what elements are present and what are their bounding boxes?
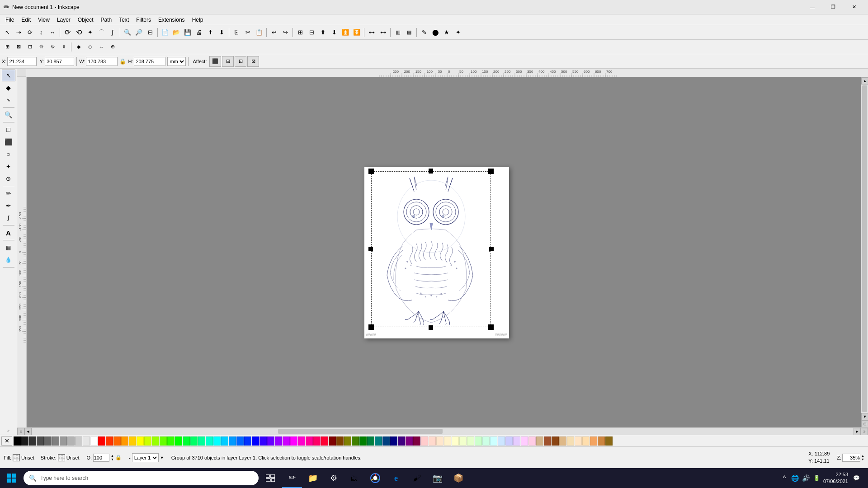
align-left-btn[interactable]: ⊞: [2, 42, 13, 52]
color-swatch[interactable]: [67, 436, 75, 446]
ellipse-tool[interactable]: ○: [2, 148, 15, 160]
affect-whole-btn[interactable]: ⬛: [209, 56, 221, 67]
taskbar-app-inkscape[interactable]: ✏: [282, 468, 302, 488]
color-swatch[interactable]: [213, 436, 221, 446]
new-btn[interactable]: 📄: [160, 27, 170, 38]
spiral-tool[interactable]: ⊙: [2, 173, 15, 184]
notification-button[interactable]: 💬: [850, 468, 863, 488]
calligraphy-tool[interactable]: ∫: [2, 212, 15, 224]
lower-btn[interactable]: ⬇: [329, 27, 340, 38]
owl-selection-group[interactable]: [371, 171, 491, 327]
affect-linear-btn[interactable]: ⊡: [235, 56, 246, 67]
affect-each-btn[interactable]: ⊞: [222, 56, 234, 67]
color-swatch[interactable]: [429, 436, 436, 446]
color-swatch[interactable]: [283, 436, 290, 446]
scroll-right-arrow[interactable]: ►: [854, 428, 861, 435]
toolbox-expand[interactable]: »: [6, 427, 10, 434]
taskbar-app-edge[interactable]: e: [386, 468, 406, 488]
align-top-btn[interactable]: ⟰: [36, 42, 47, 52]
color-swatch[interactable]: [544, 436, 551, 446]
text-tool[interactable]: A: [2, 227, 15, 239]
color-swatch[interactable]: [106, 436, 113, 446]
color-swatch[interactable]: [367, 436, 374, 446]
color-swatch[interactable]: [452, 436, 459, 446]
color-swatch[interactable]: [98, 436, 105, 446]
dropper-tool[interactable]: 💧: [2, 254, 15, 266]
edit-nodes-btn[interactable]: ✦: [85, 27, 95, 38]
color-swatch[interactable]: [298, 436, 305, 446]
xml-btn[interactable]: ✎: [419, 27, 429, 38]
color-swatch[interactable]: [21, 436, 28, 446]
color-swatch[interactable]: [321, 436, 328, 446]
color-swatch[interactable]: [505, 436, 513, 446]
save-btn[interactable]: 💾: [182, 27, 193, 38]
snap-nodes-btn[interactable]: ▤: [404, 27, 415, 38]
color-swatch[interactable]: [375, 436, 382, 446]
stroke-indicator[interactable]: Stroke: Unset: [41, 454, 80, 461]
redo-btn[interactable]: ↪: [280, 27, 291, 38]
pen-tool[interactable]: ✒: [2, 200, 15, 211]
color-swatch[interactable]: [60, 436, 67, 446]
combine-btn[interactable]: ⊕: [107, 42, 118, 52]
raise-btn[interactable]: ⬆: [317, 27, 328, 38]
color-swatch[interactable]: [206, 436, 213, 446]
h-input[interactable]: [134, 57, 165, 66]
start-button[interactable]: [2, 468, 22, 488]
zoom-down[interactable]: ▼: [861, 458, 864, 461]
cut-btn[interactable]: ✂: [242, 27, 253, 38]
color-swatch[interactable]: [129, 436, 136, 446]
color-swatch[interactable]: [183, 436, 190, 446]
color-swatch[interactable]: [421, 436, 428, 446]
color-swatch[interactable]: [175, 436, 182, 446]
canvas-area[interactable]: ##### ######: [27, 77, 861, 427]
scroll-down-arrow[interactable]: ▼: [861, 413, 868, 420]
color-swatch[interactable]: [52, 436, 59, 446]
group-btn[interactable]: ⊞: [295, 27, 306, 38]
rect-tool[interactable]: □: [2, 124, 15, 136]
taskbar-search[interactable]: 🔍 Type here to search: [24, 471, 259, 485]
paste-btn[interactable]: 📋: [254, 27, 264, 38]
color-swatch[interactable]: [244, 436, 251, 446]
color-none-btn[interactable]: ✕: [1, 436, 12, 446]
w-input[interactable]: [86, 57, 118, 66]
raise-top-btn[interactable]: ⏫: [340, 27, 351, 38]
y-input[interactable]: [45, 57, 74, 66]
opacity-up[interactable]: ▲: [111, 454, 114, 457]
taskbar-app-explorer[interactable]: 📁: [303, 468, 323, 488]
rotate-cw-btn[interactable]: ⟳: [62, 27, 73, 38]
color-swatch[interactable]: [475, 436, 482, 446]
print-btn[interactable]: 🖨: [193, 27, 204, 38]
filters-btn[interactable]: ★: [441, 27, 452, 38]
layer-select[interactable]: Layer 1: [132, 453, 159, 462]
fill-indicator[interactable]: Fill: Unset: [4, 454, 34, 461]
menu-item-path[interactable]: Path: [97, 16, 116, 24]
vertical-scrollbar[interactable]: ▲ ▼ ⊞: [861, 77, 868, 427]
color-swatch[interactable]: [121, 436, 128, 446]
smooth-btn[interactable]: ∫: [107, 27, 118, 38]
color-swatch[interactable]: [229, 436, 236, 446]
color-swatch[interactable]: [482, 436, 490, 446]
move-by-node-btn[interactable]: ⇢: [13, 27, 24, 38]
align-right-btn[interactable]: ⊡: [24, 42, 35, 52]
color-swatch[interactable]: [160, 436, 167, 446]
open-btn[interactable]: 📂: [171, 27, 182, 38]
color-swatch[interactable]: [306, 436, 313, 446]
scroll-track-h[interactable]: [32, 428, 854, 435]
zoom-tool[interactable]: 🔍: [2, 109, 15, 121]
taskbar-app-paint[interactable]: 🖌: [407, 468, 427, 488]
lower-bottom-btn[interactable]: ⏬: [351, 27, 362, 38]
nodes-btn[interactable]: ◆: [73, 42, 84, 52]
box3d-tool[interactable]: ⬛: [2, 136, 15, 148]
minimize-button[interactable]: —: [802, 0, 823, 14]
close-button[interactable]: ✕: [844, 0, 864, 14]
x-input[interactable]: [7, 57, 37, 66]
scroll-up-arrow[interactable]: ▲: [861, 77, 868, 84]
color-swatch[interactable]: [144, 436, 151, 446]
scale-btn[interactable]: ↕: [36, 27, 47, 38]
menu-item-layer[interactable]: Layer: [53, 16, 74, 24]
color-swatch[interactable]: [113, 436, 121, 446]
rotate-ccw-btn[interactable]: ⟲: [73, 27, 84, 38]
color-swatch[interactable]: [390, 436, 397, 446]
align-bottom-btn[interactable]: ⇩: [58, 42, 69, 52]
scroll-left-expand[interactable]: «: [17, 428, 24, 435]
